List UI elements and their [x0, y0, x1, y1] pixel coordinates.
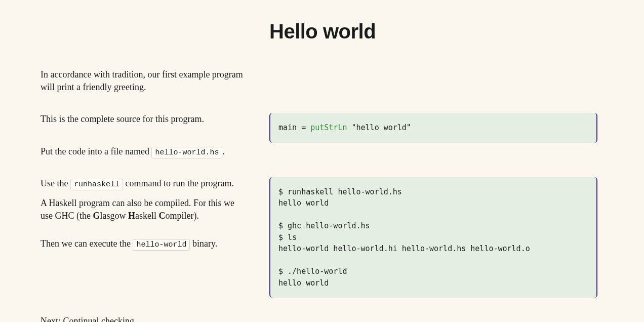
command-code: runhaskell	[70, 179, 123, 190]
file-instruction: Put the code into a file named hello-wor…	[41, 145, 243, 158]
bold-letter: G	[93, 211, 100, 221]
text: ompiler).	[166, 211, 199, 221]
exec-instruction: Then we can execute the hello-world bina…	[41, 237, 243, 250]
code-text: "hello world"	[347, 123, 411, 132]
text: lasgow	[100, 211, 129, 221]
source-code-block: main = putStrLn "hello world"	[269, 113, 597, 143]
intro-paragraph: In accordance with tradition, our first …	[41, 68, 243, 94]
compile-instruction: A Haskell program can also be compiled. …	[41, 197, 243, 222]
code-text: main =	[278, 123, 310, 132]
binary-code: hello-world	[133, 239, 190, 251]
text: binary.	[190, 238, 217, 249]
text: askell	[135, 211, 159, 221]
text: command to run the program.	[123, 178, 234, 188]
next-label: Next:	[41, 316, 63, 322]
text: Then we can execute the	[41, 238, 133, 249]
bold-letter: H	[128, 211, 135, 221]
next-link[interactable]: Continual checking	[63, 316, 134, 322]
bold-letter: C	[159, 211, 166, 221]
run-compile-group: Use the runhaskell command to run the pr…	[41, 177, 243, 258]
page-title: Hello world	[269, 20, 603, 43]
text: Use the	[41, 178, 70, 188]
next-nav: Next: Continual checking	[41, 316, 603, 322]
filename-code: hello-world.hs	[151, 147, 222, 158]
content-grid: In accordance with tradition, our first …	[41, 68, 603, 298]
run-instruction: Use the runhaskell command to run the pr…	[41, 177, 243, 190]
source-desc: This is the complete source for this pro…	[41, 113, 243, 126]
terminal-block: $ runhaskell hello-world.hs hello world …	[269, 177, 597, 298]
code-fn: putStrLn	[310, 123, 347, 132]
text: Put the code into a file named	[41, 146, 151, 156]
text: .	[222, 146, 225, 156]
